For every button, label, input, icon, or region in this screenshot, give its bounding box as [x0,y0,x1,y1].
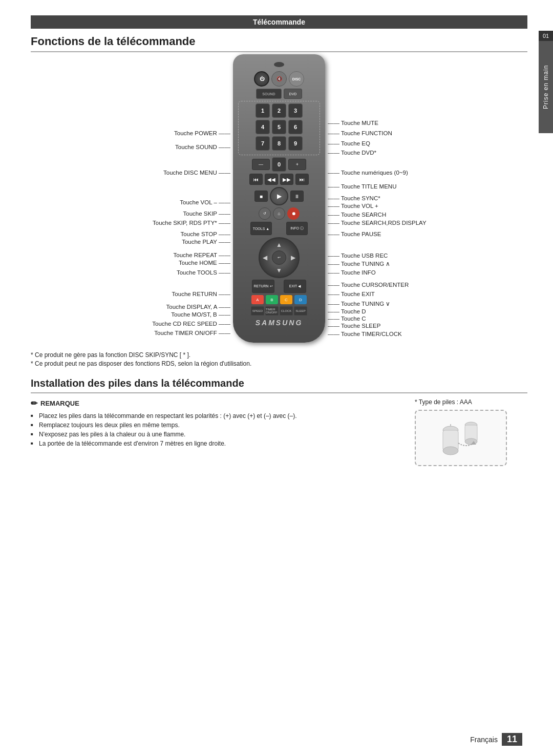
vol-plus[interactable]: + [288,159,306,170]
enter-button[interactable]: ↩ [272,250,286,265]
timer-on-button[interactable]: TIMER ON/OFF [265,306,279,316]
label-play: Touche PLAY [182,239,230,245]
battery-type: * Type de piles : AAA [415,398,527,406]
install-right: * Type de piles : AAA [415,398,527,466]
num-8[interactable]: 8 [272,136,286,151]
sound-button[interactable]: SOUND [256,89,282,99]
label-skip-rds: Touche SKIP, RDS PTY* [153,220,230,226]
skip-fwd[interactable]: ⏭ [295,174,309,185]
remote-diagram: ⏻ 🔇 DISC SOUND DVD 1 2 3 [31,54,527,346]
label-tuning-up: Touche TUNING ∧ [328,260,390,267]
info-button[interactable]: INFO ⓘ [286,222,308,235]
num-6[interactable]: 6 [288,120,303,134]
label-power: Touche POWER [174,130,230,136]
nav-down-arrow[interactable]: ▼ [276,267,282,274]
num-9[interactable]: 9 [288,136,303,151]
label-pause: Touche PAUSE [328,231,381,237]
install-left: ✏ REMARQUE Placez les piles dans la télé… [31,398,399,466]
language-label: Français [470,736,498,744]
stop-button[interactable]: ■ [254,191,268,202]
repeat-button[interactable]: ↺ [259,207,271,220]
label-usb-rec: Touche USB REC [328,253,388,259]
label-mute: Touche MUTE [328,120,378,126]
install-section: Installation des piles dans la télécomma… [31,377,527,466]
nav-left-arrow[interactable]: ◀ [263,254,267,261]
remarque-bullets: Placez les piles dans la télécommande en… [31,412,399,447]
power-button[interactable]: ⏻ [254,71,269,87]
label-eq: Touche EQ [328,140,370,146]
label-tools: Touche TOOLS [177,269,230,276]
num-7[interactable]: 7 [256,136,270,151]
label-home: Touche HOME [179,260,230,266]
label-tuning-down: Touche TUNING ∨ [328,300,390,307]
usb-rec-button[interactable]: ⏺ [287,207,300,220]
bullet-3: N'exposez pas les piles à la chaleur ou … [31,431,399,438]
btn-b[interactable]: B [266,295,278,304]
fast-fwd[interactable]: ▶▶ [280,174,293,185]
note-1: * Ce produit ne gère pas la fonction DIS… [31,351,527,359]
clock-button[interactable]: CLOCK [280,306,293,316]
label-timer-onoff: Touche TIMER ON/OFF [154,330,230,336]
speed-button[interactable]: SPEED [251,306,264,316]
nav-up-arrow[interactable]: ▲ [276,241,282,248]
install-title: Installation des piles dans la télécomma… [31,377,527,393]
exit-button[interactable]: EXIT ◀ [284,280,306,293]
remarque-title: REMARQUE [40,400,79,407]
label-info: Touche INFO [328,269,376,276]
num-5[interactable]: 5 [272,120,286,134]
label-sleep: Touche SLEEP [328,323,380,329]
label-search-rds: Touche SEARCH,RDS DISPLAY [328,220,427,226]
label-title-menu: Touche TITLE MENU [328,183,396,190]
note-2: * Ce produit peut ne pas disposer des fo… [31,360,527,367]
label-numerics: Touche numériques (0~9) [328,170,408,176]
label-exit: Touche EXIT [328,291,375,297]
remarque-icon: ✏ [31,398,37,408]
vol-minus[interactable]: — [252,159,270,170]
return-button[interactable]: RETURN ↩ [252,280,274,293]
dvd-button[interactable]: DVD [284,89,302,99]
bullet-1: Placez les piles dans la télécommande en… [31,412,399,419]
label-c: Touche C [328,316,366,322]
disc-button[interactable]: DISC [289,71,304,87]
num-1[interactable]: 1 [256,103,270,118]
label-return: Touche RETURN [172,291,230,297]
navigation-ring[interactable]: ▲ ▼ ◀ ▶ ↩ [259,237,300,278]
page-title: Fonctions de la télécommande [31,35,527,52]
num-2[interactable]: 2 [272,103,286,118]
sleep-button[interactable]: SLEEP [294,306,307,316]
label-function: Touche FUNCTION [328,130,392,136]
num-3[interactable]: 3 [288,103,303,118]
mute-button[interactable]: 🔇 [271,71,287,87]
num-4[interactable]: 4 [256,120,270,134]
play-button[interactable]: ▶ [270,187,288,205]
label-vol-plus: Touche VOL + [328,203,378,209]
numeric-keypad: 1 2 3 4 5 6 7 8 9 [238,101,320,155]
nav-right-arrow[interactable]: ▶ [291,254,295,261]
label-dvd: Touche DVD* [328,150,376,156]
label-vol-minus: Touche VOL – [180,199,230,205]
remote-top-sensor [274,62,284,67]
btn-a[interactable]: A [251,295,264,304]
tools-button[interactable]: TOOLS ▲ [250,222,272,235]
skip-back[interactable]: ⏮ [249,174,263,185]
num-0[interactable]: 0 [272,157,286,172]
btn-d[interactable]: D [294,295,307,304]
home-button[interactable]: ⌂ [273,207,285,220]
fast-back[interactable]: ◀◀ [265,174,278,185]
label-most: Touche MO/ST, B [171,311,230,318]
label-timer-clock: Touche TIMER/CLOCK [328,331,402,337]
chapter-label: Prise en main [539,41,553,133]
bullet-4: La portée de la télécommande est d'envir… [31,440,399,447]
label-display: Touche DISPLAY, A [166,304,230,310]
label-skip: Touche SKIP [183,211,230,217]
remote-control: ⏻ 🔇 DISC SOUND DVD 1 2 3 [233,54,325,343]
svg-point-2 [443,447,458,455]
label-sync: Touche SYNC* [328,195,380,201]
chapter-number: 01 [539,31,553,41]
page-number: 11 [502,733,522,746]
pause-button[interactable]: ⏸ [290,191,304,202]
label-stop: Touche STOP [181,231,230,237]
label-d: Touche D [328,308,366,314]
btn-c[interactable]: C [280,295,292,304]
battery-illustration [415,410,507,466]
